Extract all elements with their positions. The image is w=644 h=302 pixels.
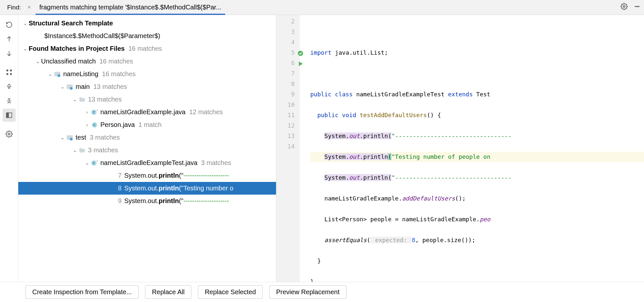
main-folder-row[interactable]: ⌄ 13 matches xyxy=(18,93,276,106)
svg-marker-28 xyxy=(299,62,303,66)
svg-rect-5 xyxy=(10,70,12,72)
code-line: } xyxy=(310,256,644,266)
code-line: public class nameListGradleExampleTest e… xyxy=(310,89,644,100)
unclassified-row[interactable]: ⌄ Unclassified match 16 matches xyxy=(18,55,276,68)
svg-text:C: C xyxy=(93,123,96,127)
svg-text:C: C xyxy=(93,161,95,165)
override-icon[interactable] xyxy=(297,49,304,56)
svg-rect-23 xyxy=(70,138,72,140)
run-gutter-icon[interactable] xyxy=(297,60,304,66)
project-row[interactable]: ⌄ nameListing 16 matches xyxy=(18,68,276,80)
svg-marker-19 xyxy=(96,110,98,111)
test-count: 3 matches xyxy=(90,134,120,141)
file2-count: 1 match xyxy=(139,121,162,129)
folder-icon xyxy=(78,146,86,154)
chevron-down-icon[interactable]: ⌄ xyxy=(83,160,91,166)
test-folder-row[interactable]: ⌄ 3 matches xyxy=(18,144,276,157)
project-name: nameListing xyxy=(63,70,98,78)
file3-name: nameListGradleExampleTest.java xyxy=(100,159,198,167)
code-line xyxy=(310,27,644,37)
match-row-2[interactable]: 8System.out.println("Testing number o xyxy=(18,182,276,195)
unclassified-label: Unclassified match xyxy=(41,58,96,65)
tab-search-results[interactable]: fragments matching template '$Instance$.… xyxy=(36,0,226,15)
unclassified-count: 16 matches xyxy=(99,58,133,65)
code-line: } xyxy=(310,277,644,282)
chevron-down-icon[interactable]: ⌄ xyxy=(22,46,29,52)
chevron-down-icon[interactable]: ⌄ xyxy=(59,84,66,90)
chevron-down-icon[interactable]: ⌄ xyxy=(71,147,78,153)
chevron-down-icon[interactable]: ⌄ xyxy=(71,96,78,103)
chevron-down-icon[interactable]: ⌄ xyxy=(46,71,53,77)
close-tab-icon[interactable]: × xyxy=(26,4,32,11)
svg-rect-6 xyxy=(6,73,8,75)
gear-icon[interactable] xyxy=(621,3,628,12)
template-heading-row[interactable]: ⌄ Structural Search Template xyxy=(18,17,276,30)
replace-selected-button[interactable]: Replace Selected xyxy=(198,285,263,299)
main-folder-count: 13 matches xyxy=(88,96,122,103)
svg-rect-4 xyxy=(6,70,8,72)
svg-text:C: C xyxy=(93,110,95,114)
code-line: System.out.println("--------------------… xyxy=(310,131,644,141)
svg-rect-14 xyxy=(58,74,60,76)
file1-count: 12 matches xyxy=(189,108,223,116)
collapse-all-icon[interactable] xyxy=(3,94,16,107)
source-folder-icon xyxy=(66,134,74,142)
java-class-icon: C xyxy=(91,108,98,116)
java-class-icon: C xyxy=(91,159,98,167)
match-row-3[interactable]: 9System.out.println("-------------------… xyxy=(18,195,276,207)
source-folder-icon xyxy=(66,83,74,91)
code-line: System.out.println("--------------------… xyxy=(310,172,644,183)
replace-all-button[interactable]: Replace All xyxy=(145,285,191,299)
code-line: List<Person> people = nameListGradleExam… xyxy=(310,214,644,225)
next-occurrence-icon[interactable] xyxy=(3,47,16,60)
found-heading: Found Matches in Project Files xyxy=(29,45,125,52)
group-by-icon[interactable] xyxy=(3,66,16,79)
preview-replacement-button[interactable]: Preview Replacement xyxy=(269,285,346,299)
find-toolbar: Find: × fragments matching template '$In… xyxy=(0,0,644,15)
svg-rect-7 xyxy=(10,73,12,75)
toolbar-right-icons xyxy=(621,3,641,12)
create-inspection-button[interactable]: Create Inspection from Template... xyxy=(25,285,139,299)
template-heading: Structural Search Template xyxy=(29,20,113,27)
code-line xyxy=(310,68,644,79)
chevron-right-icon[interactable]: › xyxy=(83,122,91,128)
prev-occurrence-icon[interactable] xyxy=(3,33,16,46)
file1-row[interactable]: › C nameListGradleExample.java 12 matche… xyxy=(18,106,276,118)
gutter: 2 3 4 5 6 7 8 9 10 11 12 13 14 xyxy=(276,15,300,282)
template-text: $Instance$.$MethodCall$($Parameter$) xyxy=(44,32,160,40)
code-line: assertEquals( expected: 8, people.size()… xyxy=(310,235,644,245)
test-row[interactable]: ⌄ test 3 matches xyxy=(18,131,276,144)
module-icon xyxy=(53,70,61,78)
bottom-toolbar: Create Inspection from Template... Repla… xyxy=(0,282,644,302)
file3-row[interactable]: ⌄ C nameListGradleExampleTest.java 3 mat… xyxy=(18,157,276,169)
main-label: main xyxy=(76,83,90,90)
preview-panel-icon[interactable] xyxy=(3,109,16,122)
left-toolbar xyxy=(0,15,18,282)
file3-count: 3 matches xyxy=(201,159,231,167)
code-area[interactable]: import java.util.List; public class name… xyxy=(300,15,644,282)
main-count: 13 matches xyxy=(93,83,127,90)
project-count: 16 matches xyxy=(102,70,136,78)
chevron-down-icon[interactable]: ⌄ xyxy=(34,58,41,64)
chevron-down-icon[interactable]: ⌄ xyxy=(22,20,29,26)
svg-point-27 xyxy=(298,51,303,56)
main-content: ⌄ Structural Search Template $Instance$.… xyxy=(0,15,644,282)
main-row[interactable]: ⌄ main 13 matches xyxy=(18,80,276,93)
minimize-icon[interactable] xyxy=(634,3,641,12)
expand-all-icon[interactable] xyxy=(3,80,16,93)
test-folder-count: 3 matches xyxy=(88,146,118,154)
template-text-row[interactable]: $Instance$.$MethodCall$($Parameter$) xyxy=(18,30,276,42)
chevron-down-icon[interactable]: ⌄ xyxy=(59,134,66,141)
rerun-icon[interactable] xyxy=(3,18,16,31)
match-row-1[interactable]: 7System.out.println("-------------------… xyxy=(18,169,276,182)
test-label: test xyxy=(76,134,86,141)
found-count: 16 matches xyxy=(128,45,162,52)
file2-row[interactable]: › C Person.java 1 match xyxy=(18,118,276,131)
chevron-right-icon[interactable]: › xyxy=(83,109,91,115)
java-class-icon: C xyxy=(91,121,98,129)
settings-icon[interactable] xyxy=(3,128,16,141)
found-heading-row[interactable]: ⌄ Found Matches in Project Files 16 matc… xyxy=(18,42,276,55)
file2-name: Person.java xyxy=(100,121,135,129)
code-line: import java.util.List; xyxy=(310,48,644,58)
file1-name: nameListGradleExample.java xyxy=(100,108,185,116)
